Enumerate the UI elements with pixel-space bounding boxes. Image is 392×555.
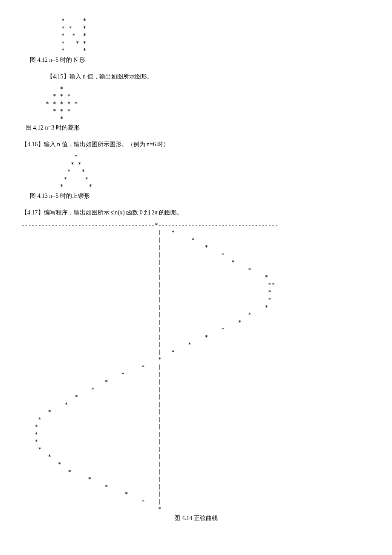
wedge-pattern: * * * * * * * * * <box>38 153 371 191</box>
caption-4-12-diamond: 图 4.12 n=3 时的菱形 <box>26 123 371 132</box>
caption-4-13-wedge: 图 4.13 n=5 时的上锲形 <box>30 191 371 200</box>
diamond-pattern: * * * * * * * * * * * * * <box>38 85 371 123</box>
problem-4-16-prompt: 【4.16】输入 n 值，输出如图所示图形。（例为 n=6 时） <box>21 140 371 149</box>
problem-4-17-prompt: 【4.17】编写程序，输出如图所示 sin(x) 函数 0 到 2π 的图形。 <box>21 208 371 217</box>
caption-4-12-n: 图 4.12 n=5 时的 N 形 <box>30 55 371 64</box>
caption-4-14-sine: 图 4.14 正弦曲线 <box>21 514 371 523</box>
problem-4-15-prompt: 【4.15】输入 n 值，输出如图所示图形。 <box>47 72 371 81</box>
n-shape-pattern: * * * * * * * * * * * * * <box>47 17 371 55</box>
sine-pattern: ----------------------------------------… <box>21 221 371 513</box>
